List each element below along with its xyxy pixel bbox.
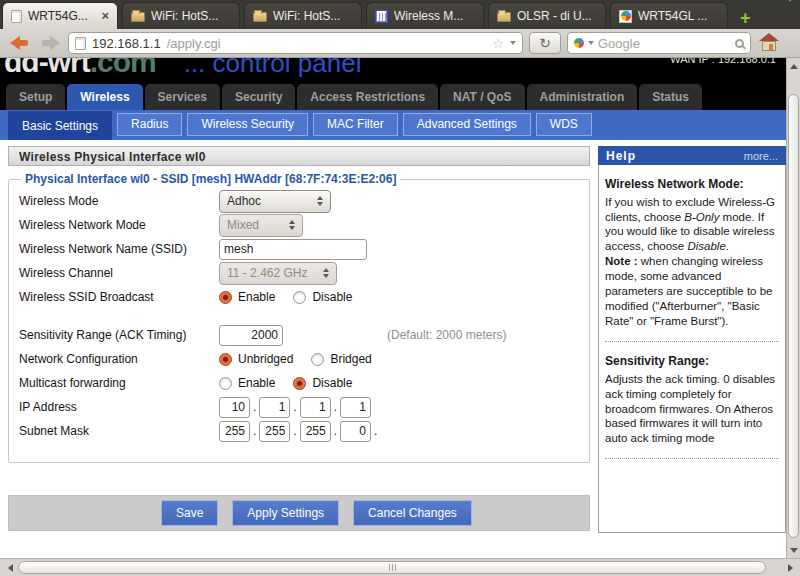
- physical-interface-fieldset: Physical Interface wl0 - SSID [mesh] HWA…: [8, 172, 590, 463]
- wireless-mode-label: Wireless Mode: [19, 194, 219, 208]
- search-engine-dropdown-icon[interactable]: [588, 41, 594, 45]
- wireless-mode-select[interactable]: Adhoc: [219, 190, 331, 213]
- reload-button[interactable]: ↻: [529, 32, 561, 54]
- help-panel: Help more... Wireless Network Mode: If y…: [598, 146, 786, 533]
- forward-button[interactable]: [38, 31, 62, 55]
- browser-tab-wrt54gl[interactable]: WRT54GL ...: [610, 2, 728, 29]
- mask-octet-2[interactable]: [259, 421, 290, 442]
- ssid-broadcast-disable-radio[interactable]: Disable: [293, 290, 352, 304]
- tab-services[interactable]: Services: [145, 84, 220, 110]
- help-section-title: Wireless Network Mode:: [605, 177, 779, 193]
- scroll-up-button[interactable]: [787, 58, 800, 74]
- form-column: Wireless Physical Interface wl0 Physical…: [8, 146, 590, 531]
- network-mode-select[interactable]: Mixed: [219, 214, 303, 237]
- browser-tab-bar: WRT54G... × WiFi: HotS... WiFi: HotS... …: [0, 0, 800, 29]
- help-note: Note : when changing wireless mode, some…: [605, 254, 779, 329]
- row-multicast: Multicast forwarding Enable Disable: [19, 372, 579, 394]
- tab-list-chevron-icon[interactable]: [786, 2, 794, 20]
- network-config-unbridged-radio[interactable]: Unbridged: [219, 352, 293, 366]
- google-icon: [619, 10, 632, 23]
- tab-security[interactable]: Security: [222, 84, 295, 110]
- vertical-scrollbar[interactable]: [786, 58, 800, 558]
- ssid-input[interactable]: [219, 239, 367, 260]
- browser-tab-wifi-1[interactable]: WiFi: HotS...: [122, 2, 240, 29]
- ip-octet-4[interactable]: [340, 397, 371, 418]
- scroll-right-button[interactable]: [782, 560, 798, 576]
- wireless-mode-value: Adhoc: [227, 194, 261, 208]
- close-icon[interactable]: ×: [101, 11, 109, 21]
- browser-tab-olsr[interactable]: OLSR - di U...: [488, 2, 606, 29]
- ip-octet-1[interactable]: [219, 397, 250, 418]
- tab-wireless[interactable]: Wireless: [67, 84, 142, 110]
- radio-label: Bridged: [330, 352, 371, 366]
- page-icon: [11, 10, 22, 23]
- home-button[interactable]: [757, 32, 781, 54]
- multicast-disable-radio[interactable]: Disable: [293, 376, 352, 390]
- tab-title: WRT54G...: [28, 9, 88, 23]
- save-button[interactable]: Save: [161, 500, 218, 526]
- search-input[interactable]: [598, 36, 731, 51]
- subtab-wds[interactable]: WDS: [536, 113, 592, 136]
- network-config-bridged-radio[interactable]: Bridged: [311, 352, 371, 366]
- new-tab-button[interactable]: +: [736, 10, 755, 26]
- arrow-right-icon: [788, 564, 793, 572]
- arrow-up-icon: [790, 64, 798, 69]
- home-roof-icon: [759, 33, 779, 41]
- ip-octet-2[interactable]: [259, 397, 290, 418]
- ip-address-label: IP Address: [19, 400, 219, 414]
- tab-nat-qos[interactable]: NAT / QoS: [440, 84, 524, 110]
- tab-administration[interactable]: Administration: [527, 84, 638, 110]
- tab-setup[interactable]: Setup: [6, 84, 65, 110]
- octet-dot: .: [293, 424, 296, 438]
- browser-tab-wrt54g[interactable]: WRT54G... ×: [2, 2, 118, 29]
- scroll-left-button[interactable]: [2, 560, 18, 576]
- row-ssid-broadcast: Wireless SSID Broadcast Enable Disable: [19, 286, 579, 308]
- search-icon[interactable]: [735, 39, 744, 48]
- browser-tab-wireless[interactable]: Wireless M...: [366, 2, 484, 29]
- subtab-wireless-security[interactable]: Wireless Security: [187, 113, 308, 136]
- google-icon: [574, 38, 584, 48]
- ssid-broadcast-label: Wireless SSID Broadcast: [19, 290, 219, 304]
- back-button[interactable]: [8, 31, 32, 55]
- logo-tagline: ... control panel: [184, 58, 362, 78]
- row-subnet-mask: Subnet Mask ....: [19, 420, 579, 442]
- ddwrt-page: dd-wrt.com... control panel WAN IP : 192…: [0, 58, 786, 558]
- tab-title: OLSR - di U...: [517, 9, 592, 23]
- channel-label: Wireless Channel: [19, 266, 219, 280]
- tab-status[interactable]: Status: [639, 84, 702, 110]
- apply-settings-button[interactable]: Apply Settings: [232, 500, 339, 526]
- ssid-broadcast-enable-radio[interactable]: Enable: [219, 290, 275, 304]
- horizontal-scroll-thumb[interactable]: [18, 561, 766, 574]
- page-icon: [75, 37, 86, 50]
- subtab-basic-settings[interactable]: Basic Settings: [8, 111, 112, 140]
- cancel-changes-button[interactable]: Cancel Changes: [353, 500, 472, 526]
- mask-octet-4[interactable]: [340, 421, 371, 442]
- help-section-title: Sensitivity Range:: [605, 354, 779, 370]
- search-bar[interactable]: [567, 32, 751, 54]
- bookmark-star-icon[interactable]: ☆: [492, 37, 504, 50]
- scroll-down-button[interactable]: [787, 542, 800, 558]
- radio-label: Enable: [238, 376, 275, 390]
- ack-timing-input[interactable]: [219, 325, 283, 346]
- help-more-link[interactable]: more...: [744, 150, 778, 162]
- help-paragraph: Adjusts the ack timing. 0 disables ack t…: [605, 372, 779, 447]
- channel-select[interactable]: 11 - 2.462 GHz: [219, 262, 337, 285]
- ip-octet-3[interactable]: [300, 397, 331, 418]
- vertical-scroll-thumb[interactable]: [788, 94, 799, 538]
- subtab-radius[interactable]: Radius: [117, 113, 182, 136]
- horizontal-scrollbar[interactable]: [0, 558, 800, 576]
- browser-tab-wifi-2[interactable]: WiFi: HotS...: [244, 2, 362, 29]
- channel-value: 11 - 2.462 GHz: [227, 266, 307, 280]
- mask-octet-1[interactable]: [219, 421, 250, 442]
- mask-octet-3[interactable]: [300, 421, 331, 442]
- subtab-advanced-settings[interactable]: Advanced Settings: [403, 113, 531, 136]
- multicast-enable-radio[interactable]: Enable: [219, 376, 275, 390]
- sub-nav: Basic Settings Radius Wireless Security …: [0, 110, 786, 140]
- subtab-mac-filter[interactable]: MAC Filter: [313, 113, 398, 136]
- tab-access-restrictions[interactable]: Access Restrictions: [297, 84, 438, 110]
- radio-icon: [293, 291, 306, 304]
- url-bar[interactable]: 192.168.1.1/apply.cgi ☆: [68, 32, 523, 54]
- logo-tld: .com: [90, 58, 156, 78]
- url-dropdown-icon[interactable]: [510, 41, 516, 45]
- ssid-label: Wireless Network Name (SSID): [19, 242, 219, 256]
